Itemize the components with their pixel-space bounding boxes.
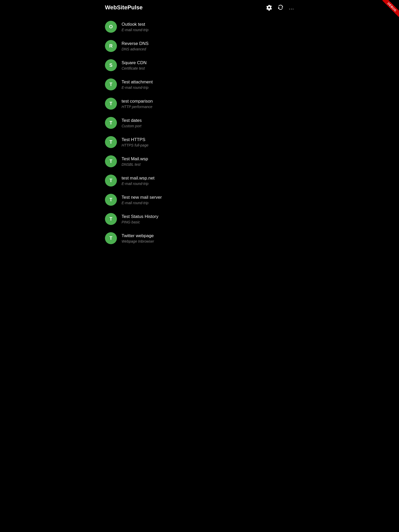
item-subtitle-twitter-webpage: Webpage Inbrowser	[122, 239, 154, 243]
item-text-test-dates: Test dates Custom port	[122, 118, 142, 128]
item-subtitle-square-cdn: Certificate test	[122, 66, 147, 70]
item-name-square-cdn: Square CDN	[122, 60, 147, 65]
gear-icon	[266, 4, 272, 11]
list-item-twitter-webpage[interactable]: T Twitter webpage Webpage Inbrowser	[100, 229, 299, 248]
app-container: WebSitePulse ... O	[100, 0, 299, 250]
monitor-list: O Outlook test E-mail round-trip R Rever…	[100, 15, 299, 250]
item-name-test-mail-wsp-net: test mail.wsp.net	[122, 176, 155, 181]
item-name-test-comparison: test comparison	[122, 99, 153, 104]
avatar-test-new-mail-server: T	[105, 194, 117, 206]
item-subtitle-test-https: HTTPS full-page	[122, 143, 148, 147]
item-name-test-status-history: Test Status History	[122, 214, 158, 219]
item-text-test-new-mail-server: Test new mail server E-mail round-trip	[122, 195, 162, 205]
avatar-outlook-test: O	[105, 21, 117, 33]
app-title: WebSitePulse	[105, 4, 143, 11]
avatar-square-cdn: S	[105, 59, 117, 71]
item-text-test-mail-wsp-net: test mail.wsp.net E-mail round-trip	[122, 176, 155, 186]
avatar-test-dates: T	[105, 117, 117, 129]
list-item-test-comparison[interactable]: T test comparison HTTP performance	[100, 94, 299, 113]
item-name-outlook-test: Outlook test	[122, 22, 148, 27]
list-item-test-status-history[interactable]: T Test Status History PING basic	[100, 209, 299, 229]
item-text-twitter-webpage: Twitter webpage Webpage Inbrowser	[122, 233, 154, 243]
item-name-test-new-mail-server: Test new mail server	[122, 195, 162, 200]
item-subtitle-test-dates: Custom port	[122, 124, 142, 128]
item-name-test-dates: Test dates	[122, 118, 142, 123]
list-item-test-attachment[interactable]: T Test attachment E-mail round-trip	[100, 75, 299, 94]
header-actions: ...	[266, 4, 294, 11]
item-text-test-status-history: Test Status History PING basic	[122, 214, 158, 224]
list-item-square-cdn[interactable]: S Square CDN Certificate test	[100, 56, 299, 75]
more-icon: ...	[289, 5, 294, 11]
avatar-reverse-dns: R	[105, 40, 117, 52]
more-button[interactable]: ...	[289, 5, 294, 11]
list-item-test-new-mail-server[interactable]: T Test new mail server E-mail round-trip	[100, 190, 299, 209]
item-name-test-mail-wsp: Test Mail.wsp	[122, 156, 148, 162]
avatar-test-attachment: T	[105, 78, 117, 90]
list-item-test-mail-wsp[interactable]: T Test Mail.wsp DNSBL test	[100, 152, 299, 171]
refresh-icon	[277, 4, 284, 11]
item-subtitle-test-comparison: HTTP performance	[122, 105, 153, 109]
item-subtitle-reverse-dns: DNS advanced	[122, 47, 149, 51]
list-item-test-dates[interactable]: T Test dates Custom port	[100, 113, 299, 132]
debug-ribbon: DEBUG	[378, 0, 399, 21]
list-item-reverse-dns[interactable]: R Reverse DNS DNS advanced	[100, 36, 299, 56]
avatar-test-status-history: T	[105, 213, 117, 225]
header: WebSitePulse ...	[100, 0, 299, 15]
item-text-outlook-test: Outlook test E-mail round-trip	[122, 22, 148, 32]
list-item-test-mail-wsp-net[interactable]: T test mail.wsp.net E-mail round-trip	[100, 171, 299, 190]
item-name-test-https: Test HTTPS	[122, 137, 148, 142]
item-text-test-https: Test HTTPS HTTPS full-page	[122, 137, 148, 147]
item-subtitle-test-mail-wsp-net: E-mail round-trip	[122, 182, 155, 186]
list-item-test-https[interactable]: T Test HTTPS HTTPS full-page	[100, 132, 299, 152]
item-subtitle-test-new-mail-server: E-mail round-trip	[122, 201, 162, 205]
avatar-test-mail-wsp-net: T	[105, 175, 117, 187]
item-text-test-comparison: test comparison HTTP performance	[122, 99, 153, 109]
item-text-reverse-dns: Reverse DNS DNS advanced	[122, 41, 149, 51]
item-subtitle-test-attachment: E-mail round-trip	[122, 85, 153, 90]
item-name-twitter-webpage: Twitter webpage	[122, 233, 154, 238]
item-name-test-attachment: Test attachment	[122, 79, 153, 85]
refresh-button[interactable]	[277, 4, 284, 11]
debug-label: DEBUG	[382, 0, 399, 17]
item-text-test-mail-wsp: Test Mail.wsp DNSBL test	[122, 156, 148, 167]
settings-button[interactable]	[266, 4, 272, 11]
item-text-test-attachment: Test attachment E-mail round-trip	[122, 79, 153, 90]
avatar-test-https: T	[105, 136, 117, 148]
item-subtitle-test-status-history: PING basic	[122, 220, 158, 224]
avatar-test-comparison: T	[105, 98, 117, 110]
item-subtitle-test-mail-wsp: DNSBL test	[122, 162, 148, 167]
avatar-test-mail-wsp: T	[105, 155, 117, 167]
item-subtitle-outlook-test: E-mail round-trip	[122, 28, 148, 32]
item-text-square-cdn: Square CDN Certificate test	[122, 60, 147, 70]
avatar-twitter-webpage: T	[105, 232, 117, 244]
list-item-outlook-test[interactable]: O Outlook test E-mail round-trip	[100, 17, 299, 36]
item-name-reverse-dns: Reverse DNS	[122, 41, 149, 46]
